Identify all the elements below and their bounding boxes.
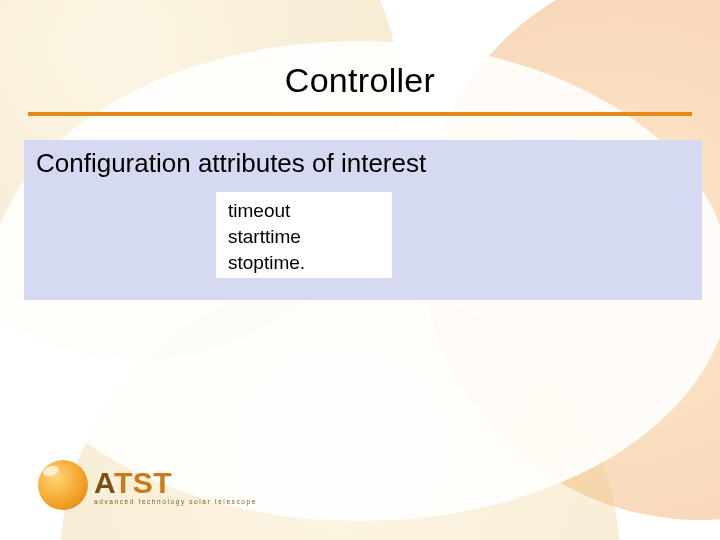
section-subtitle: Configuration attributes of interest [36,148,426,179]
logo-acronym-part2: TST [114,466,172,499]
logo-tagline: advanced technology solar telescope [94,498,257,505]
attribute-line: timeout [228,198,380,224]
attribute-line: starttime [228,224,380,250]
title-underline [28,112,692,116]
logo-acronym-part1: A [94,466,114,499]
attribute-line: stoptime. [228,250,380,276]
attributes-box: timeout starttime stoptime. [216,192,392,278]
sun-icon [34,456,92,514]
atst-logo: ATST advanced technology solar telescope [34,456,257,514]
logo-acronym: ATST [94,465,257,496]
slide-title: Controller [0,61,720,100]
logo-text-wrap: ATST advanced technology solar telescope [94,465,257,505]
title-area: Controller [0,55,720,110]
slide: Controller Configuration attributes of i… [0,0,720,540]
